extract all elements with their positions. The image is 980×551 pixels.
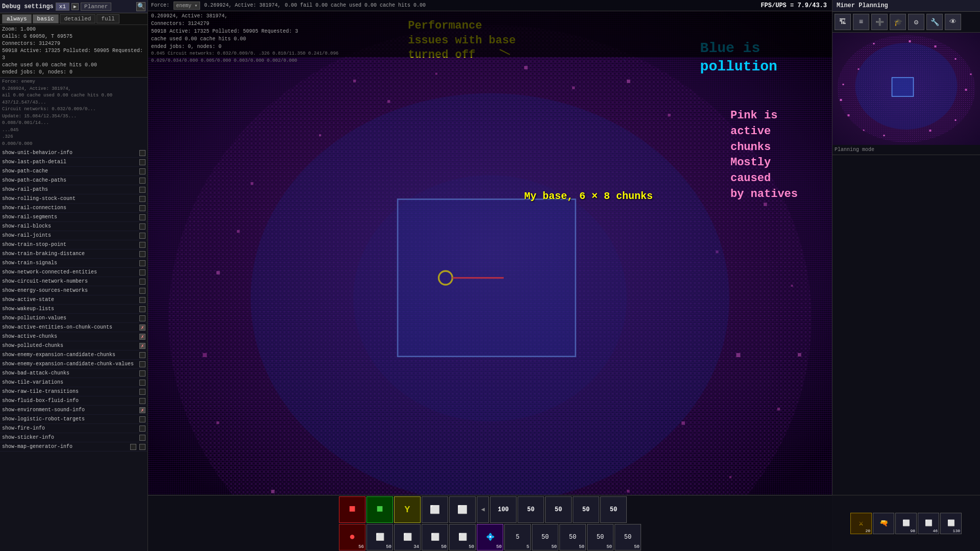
cb-active-state[interactable] (139, 297, 145, 303)
search-btn[interactable]: 🔍 (136, 2, 145, 11)
cb-unit-behavior[interactable] (139, 150, 145, 156)
cb-circuit-numbers[interactable] (139, 279, 145, 285)
setting-network-entities: show-network-connected-entities (0, 268, 148, 277)
hotbar-slot-1-3[interactable]: Y (394, 496, 421, 523)
perf-stats: Zoom: 1.000 Calls: G 69050, T 69575 Conn… (0, 25, 148, 78)
force-dropdown[interactable]: enemy ▾ (174, 2, 200, 10)
cb-polluted-chunks[interactable] (139, 343, 145, 349)
cb-rail-connections[interactable] (139, 205, 145, 211)
hotbar-slot-1-4[interactable]: ⬜ (422, 496, 448, 523)
filter-full[interactable]: full (96, 14, 119, 23)
cb-fire-info[interactable] (139, 425, 145, 432)
cb-raw-tile[interactable] (139, 389, 145, 395)
hotbar-slot-1-7[interactable]: 100 (490, 496, 517, 523)
cb-tile-variations[interactable] (139, 380, 145, 386)
tutorial-icon[interactable]: 🎓 (890, 14, 906, 30)
cb-pollution-values[interactable] (139, 315, 145, 321)
cb-rail-blocks[interactable] (139, 223, 145, 230)
hotbar-rows: ■ ■ Y ⬜ ⬜ ◀ 100 50 50 (339, 496, 641, 550)
setting-environment-sound: show-environment-sound-info (0, 406, 148, 415)
hotbar-slot-1-8[interactable]: 50 (518, 496, 544, 523)
hotbar-slot-2-1[interactable]: ● 56 (339, 524, 365, 550)
fail-stats: 0.00 fail 0.00 cache used 0.00 cache hit… (285, 3, 426, 8)
setting-unit-behavior: show-unit-behavior-info (0, 148, 148, 158)
br-slot-3[interactable]: ⬜ 98 (895, 513, 917, 534)
setting-logistic-targets: show-logistic-robot-targets (0, 415, 148, 424)
cb-active-chunks[interactable] (139, 334, 145, 340)
cb-wakeup[interactable] (139, 306, 145, 312)
cb-rail-joints[interactable] (139, 233, 145, 239)
cb-fluid-box[interactable] (139, 398, 145, 404)
br-slot-2[interactable]: 🔫 (873, 513, 894, 534)
hotbar-slot-1-10[interactable]: 50 (573, 496, 599, 523)
cb-rail-segments[interactable] (139, 214, 145, 220)
tab-planner[interactable]: Planner (81, 3, 111, 11)
cb-energy-networks[interactable] (139, 288, 145, 294)
hotbar-slot-1-6[interactable]: ◀ (477, 496, 489, 523)
setting-path-cache: show-path-cache (0, 167, 148, 176)
hotbar-slot-2-6[interactable]: 💠 50 (477, 524, 503, 550)
cb-bad-attack[interactable] (139, 370, 145, 377)
hotbar-slot-2-10[interactable]: 50 50 (587, 524, 614, 550)
cb-rail-paths[interactable] (139, 187, 145, 193)
hotbar-slot-2-5[interactable]: ⬜ 50 (449, 524, 476, 550)
svg-rect-56 (935, 45, 937, 47)
cb-train-braking[interactable] (139, 251, 145, 257)
wrench-icon[interactable]: 🔧 (926, 14, 943, 30)
br-slot-1[interactable]: ⚔ 20 (850, 513, 872, 534)
cb-path-cache[interactable] (139, 168, 145, 174)
arrow-btn[interactable]: ▶ (71, 3, 79, 10)
hotbar-slot-2-11[interactable]: 50 50 (615, 524, 641, 550)
svg-rect-27 (237, 230, 239, 233)
hotbar-slot-2-2[interactable]: ⬜ 50 (366, 524, 393, 550)
cb-sticker-info[interactable] (139, 435, 145, 441)
tab-x1[interactable]: x1 (56, 3, 69, 11)
filter-basic[interactable]: basic (33, 14, 59, 23)
filter-detailed[interactable]: detailed (60, 14, 96, 23)
setting-wakeup: show-wakeup-lists (0, 305, 148, 314)
hotbar-slot-1-5[interactable]: ⬜ (449, 496, 476, 523)
filter-always[interactable]: always (2, 14, 32, 23)
setting-active-state: show-active-state (0, 295, 148, 305)
svg-rect-59 (955, 119, 957, 121)
map-area[interactable]: Performanceissues with baseturned off Bl… (148, 11, 832, 495)
cb-enemy-expansion-values[interactable] (139, 361, 145, 367)
mini-map[interactable] (832, 33, 980, 145)
cb-last-path[interactable] (139, 159, 145, 165)
list-icon[interactable]: ≡ (853, 14, 869, 30)
cb-path-cache-paths[interactable] (139, 178, 145, 184)
cb-map-gen[interactable] (130, 444, 136, 450)
cb-logistic-targets[interactable] (139, 416, 145, 422)
cb-environment-sound[interactable] (139, 407, 145, 413)
setting-map-gen: show-map-generator-info (0, 442, 148, 452)
cb-rolling-stock[interactable] (139, 196, 145, 202)
hotbar-slot-1-2[interactable]: ■ (366, 496, 393, 523)
svg-rect-31 (524, 66, 528, 69)
hotbar-slot-2-9[interactable]: 50 50 (559, 524, 586, 550)
svg-rect-15 (764, 203, 767, 206)
cb-train-stop[interactable] (139, 242, 145, 248)
settings-icon[interactable]: ⚙ (908, 14, 924, 30)
stat-jobs: ended jobs: 0, nodes: 0 (2, 69, 145, 76)
br-slot-4[interactable]: ⬜ 46 (918, 513, 939, 534)
cb-network-entities[interactable] (139, 269, 145, 276)
add-icon[interactable]: ➕ (871, 14, 888, 30)
svg-rect-62 (848, 114, 850, 116)
hotbar-slot-1-9[interactable]: 50 (545, 496, 572, 523)
cb-train-signals[interactable] (139, 260, 145, 266)
hotbar-slot-1-11[interactable]: 50 (600, 496, 627, 523)
br-slot-5[interactable]: ⬜ 130 (940, 513, 962, 534)
cb-active-entities[interactable] (139, 324, 145, 331)
eye-icon[interactable]: 👁 (945, 14, 961, 30)
hotbar-slot-2-4[interactable]: ⬜ 50 (422, 524, 448, 550)
svg-rect-70 (892, 78, 914, 96)
cb-enemy-expansion[interactable] (139, 352, 145, 358)
hotbar-slot-1-1[interactable]: ■ (339, 496, 365, 523)
build-icon[interactable]: 🏗 (835, 14, 851, 30)
setting-raw-tile: show-raw-tile-transitions (0, 387, 148, 396)
hotbar-slot-2-8[interactable]: 50 50 (532, 524, 558, 550)
svg-rect-11 (627, 80, 630, 83)
hotbar-slot-2-3[interactable]: ⬜ 34 (394, 524, 421, 550)
collapse-btn[interactable] (139, 444, 145, 450)
hotbar-slot-2-7[interactable]: 5 5 (504, 524, 531, 550)
